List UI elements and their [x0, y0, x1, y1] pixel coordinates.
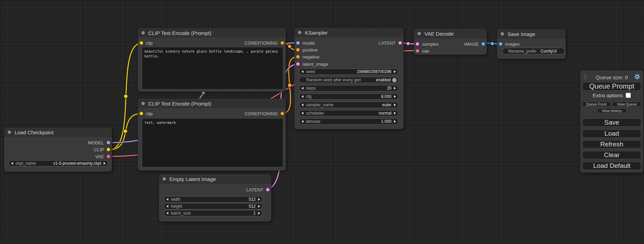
decrement-arrow-icon[interactable] — [301, 95, 303, 98]
vae-port-icon[interactable] — [107, 155, 110, 158]
node-title-bar[interactable]: Empty Latent Image — [159, 174, 271, 184]
conditioning-port-icon[interactable] — [281, 112, 284, 115]
increment-arrow-icon[interactable] — [394, 103, 396, 106]
refresh-button[interactable]: Refresh — [582, 140, 641, 148]
increment-arrow-icon[interactable] — [394, 112, 396, 115]
clip-port-icon[interactable] — [107, 148, 110, 151]
decrement-arrow-icon[interactable] — [301, 120, 303, 123]
ckpt-name-widget[interactable]: ckpt_name v1-5-pruned-emaonly.ckpt — [9, 160, 108, 166]
decrement-arrow-icon[interactable] — [301, 112, 303, 115]
node-clip-text-encode-positive[interactable]: CLIP Text Encode (Prompt) clip CONDITION… — [138, 28, 286, 92]
increment-arrow-icon[interactable] — [394, 95, 396, 98]
node-title-bar[interactable]: Load Checkpoint — [4, 127, 112, 137]
prompt-textarea[interactable]: beautiful scenery nature glass bottle la… — [142, 47, 283, 89]
collapse-dot-icon[interactable] — [141, 102, 145, 105]
input-vae[interactable]: vae — [416, 47, 429, 54]
input-latent-image[interactable]: latent_image — [296, 61, 328, 67]
filename-prefix-widget[interactable]: filename_prefix ComfyUI — [502, 48, 565, 54]
clip-port-icon[interactable] — [140, 112, 143, 115]
decrement-arrow-icon[interactable] — [301, 87, 303, 90]
node-save-image[interactable]: Save Image images filename_prefix ComfyU… — [497, 29, 566, 59]
denoise-widget[interactable]: denoise 1.000 — [299, 118, 398, 125]
increment-arrow-icon[interactable] — [258, 205, 260, 208]
latent-port-icon[interactable] — [398, 41, 402, 45]
sampler-name-widget[interactable]: sampler_name euler — [299, 102, 398, 108]
collapse-dot-icon[interactable] — [501, 32, 504, 36]
conditioning-port-icon[interactable] — [281, 41, 284, 45]
view-history-button[interactable]: View History — [597, 108, 627, 113]
output-conditioning[interactable]: CONDITIONING — [245, 110, 284, 117]
decrement-arrow-icon[interactable] — [166, 212, 168, 215]
batch-size-widget[interactable]: batch_size 1 — [164, 210, 263, 216]
latent-port-icon[interactable] — [266, 188, 270, 191]
node-title-bar[interactable]: KSampler — [294, 28, 404, 37]
steps-widget[interactable]: steps 20 — [299, 85, 398, 91]
decrement-arrow-icon[interactable] — [301, 103, 303, 106]
node-load-checkpoint[interactable]: Load Checkpoint MODEL CLIP VAE ckpt_name… — [4, 127, 112, 172]
output-latent[interactable]: LATENT — [379, 39, 402, 46]
load-button[interactable]: Load — [582, 129, 641, 138]
decrement-arrow-icon[interactable] — [11, 162, 13, 165]
output-vae[interactable]: VAE — [95, 153, 110, 160]
input-clip[interactable]: clip — [140, 39, 153, 46]
increment-arrow-icon[interactable] — [394, 120, 396, 123]
gear-icon[interactable] — [634, 73, 641, 80]
node-empty-latent-image[interactable]: Empty Latent Image LATENT width 512 heig… — [159, 174, 271, 222]
vae-port-icon[interactable] — [416, 49, 419, 53]
output-conditioning[interactable]: CONDITIONING — [245, 39, 284, 46]
image-port-icon[interactable] — [499, 42, 502, 46]
node-title-bar[interactable]: CLIP Text Encode (Prompt) — [138, 99, 286, 108]
node-title-bar[interactable]: Save Image — [497, 29, 566, 39]
increment-arrow-icon[interactable] — [394, 87, 396, 90]
node-title-bar[interactable]: VAE Decode — [414, 29, 487, 38]
queue-prompt-button[interactable]: Queue Prompt — [582, 82, 641, 91]
input-clip[interactable]: clip — [140, 110, 153, 117]
scheduler-widget[interactable]: scheduler normal — [299, 110, 398, 116]
output-latent[interactable]: LATENT — [246, 186, 270, 193]
increment-arrow-icon[interactable] — [104, 162, 106, 165]
model-port-icon[interactable] — [107, 141, 110, 144]
collapse-dot-icon[interactable] — [417, 32, 421, 35]
queue-front-button[interactable]: Queue Front — [582, 102, 611, 107]
image-port-icon[interactable] — [482, 42, 485, 46]
output-clip[interactable]: CLIP — [94, 146, 110, 153]
output-image[interactable]: IMAGE — [464, 40, 485, 47]
cfg-widget[interactable]: cfg 8.000 — [299, 93, 398, 100]
height-widget[interactable]: height 512 — [164, 203, 263, 209]
collapse-dot-icon[interactable] — [8, 130, 11, 134]
toggle-knob-icon[interactable] — [392, 78, 397, 82]
prompt-textarea[interactable]: text, watermark — [142, 119, 283, 167]
node-graph-canvas[interactable]: Load Checkpoint MODEL CLIP VAE ckpt_name… — [0, 0, 644, 244]
collapse-dot-icon[interactable] — [141, 31, 145, 35]
latent-port-icon[interactable] — [296, 62, 300, 66]
collapse-dot-icon[interactable] — [298, 31, 301, 34]
conditioning-port-icon[interactable] — [296, 55, 300, 58]
node-title-bar[interactable]: CLIP Text Encode (Prompt) — [138, 28, 286, 38]
load-default-button[interactable]: Load Default — [582, 162, 641, 170]
width-widget[interactable]: width 512 — [164, 196, 263, 202]
extra-options-checkbox[interactable] — [626, 93, 631, 98]
node-ksampler[interactable]: KSampler model positive negative latent_… — [294, 28, 404, 129]
increment-arrow-icon[interactable] — [394, 70, 396, 73]
increment-arrow-icon[interactable] — [258, 198, 260, 201]
decrement-arrow-icon[interactable] — [301, 70, 303, 73]
decrement-arrow-icon[interactable] — [166, 205, 168, 208]
increment-arrow-icon[interactable] — [258, 212, 260, 215]
latent-port-icon[interactable] — [416, 42, 419, 46]
input-model[interactable]: model — [296, 39, 315, 46]
output-model[interactable]: MODEL — [88, 139, 110, 146]
input-negative[interactable]: negative — [296, 53, 319, 60]
conditioning-port-icon[interactable] — [296, 48, 300, 52]
node-clip-text-encode-negative[interactable]: CLIP Text Encode (Prompt) clip CONDITION… — [138, 99, 286, 171]
clip-port-icon[interactable] — [140, 41, 143, 45]
model-port-icon[interactable] — [296, 41, 300, 45]
input-positive[interactable]: positive — [296, 46, 318, 53]
seed-widget[interactable]: seed 156680208700286 — [299, 69, 398, 75]
random-seed-toggle-widget[interactable]: Random seed after every gen enabled — [299, 77, 398, 83]
input-images[interactable]: images — [499, 40, 520, 47]
decrement-arrow-icon[interactable] — [166, 198, 168, 201]
save-button[interactable]: Save — [582, 118, 641, 127]
view-queue-button[interactable]: View Queue — [612, 102, 642, 107]
collapse-dot-icon[interactable] — [162, 177, 166, 181]
input-samples[interactable]: samples — [416, 40, 439, 47]
